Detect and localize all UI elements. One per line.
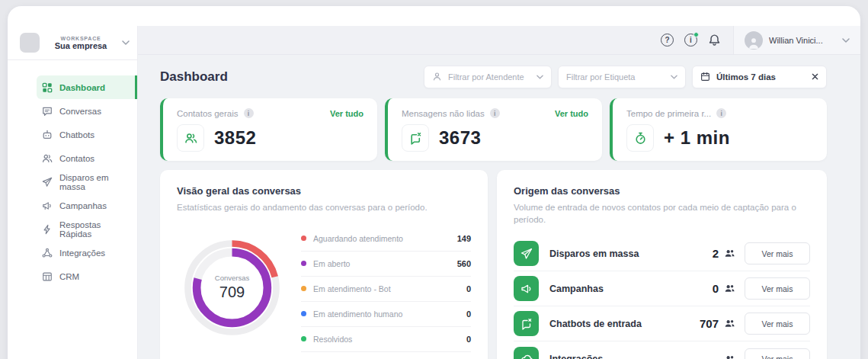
sidebar-item-conversas[interactable]: Conversas [37,99,137,123]
nodes-icon [42,248,53,258]
topbar: Willian Vinici... [138,26,860,55]
info-icon[interactable] [684,34,697,46]
cloud-icon [514,347,539,359]
stat-card-tempo-primeira-resposta: Tempo de primeira r... + 1 min [610,98,827,161]
person-icon [432,72,442,82]
stat-value: 3852 [214,127,256,149]
donut-center-label: Conversas [215,274,249,282]
close-icon[interactable] [812,73,818,80]
sidebar-item-label: Disparos em massa [59,173,135,191]
ver-mais-button[interactable]: Ver mais [745,277,810,300]
workspace-avatar [20,33,40,53]
ver-mais-button[interactable]: Ver mais [745,242,810,264]
workspace-selector[interactable]: WORKSPACE Sua empresa [8,26,137,60]
sidebar: WORKSPACE Sua empresa Dashboard Conversa… [8,26,138,359]
legend-dot [301,286,306,291]
sidebar-item-dashboard[interactable]: Dashboard [37,75,137,99]
info-icon[interactable] [716,108,726,118]
origin-row-campanhas: Campanhas 0 Ver mais [514,271,810,306]
sidebar-item-disparos[interactable]: Disparos em massa [37,170,137,194]
sidebar-item-chatbots[interactable]: Chatbots [37,123,137,146]
contacts-icon [724,248,735,259]
bell-icon[interactable] [708,34,721,46]
user-menu[interactable]: Willian Vinici... [733,26,860,54]
sidebar-menu: Dashboard Conversas Chatbots Contatos Di… [8,60,137,288]
panel-origem-conversas: Origem das conversas Volume de entrada d… [497,170,827,359]
avatar [745,31,763,50]
stat-label: Mensagens não lidas [402,109,485,118]
legend-row: Encerrados 0 [301,352,471,359]
info-icon[interactable] [244,108,254,118]
legend-row: Resolvidos 0 [301,327,471,352]
paper-plane-icon [42,177,53,188]
main-content: Dashboard Filtrar por Atendente Filtrar … [138,55,860,359]
ver-tudo-link[interactable]: Ver tudo [555,109,588,118]
sidebar-item-label: Dashboard [59,83,105,92]
panel-subtitle: Estatísticas gerais do andamento das con… [177,202,471,214]
sidebar-item-contatos[interactable]: Contatos [37,146,137,170]
stat-card-contatos-gerais: Contatos gerais Ver tudo 3852 [160,98,377,161]
panel-visao-geral: Visão geral das conversas Estatísticas g… [160,170,488,359]
contacts-icon [724,354,735,359]
chevron-down-icon [671,75,677,79]
grid-icon [42,82,53,93]
info-icon[interactable] [490,108,500,118]
stat-value: 3673 [439,127,481,149]
sidebar-item-respostas[interactable]: Respostas Rápidas [37,217,137,241]
sidebar-item-label: Chatbots [59,130,94,139]
origin-row-chatbots-entrada: Chatbots de entrada 707 Ver mais [514,306,810,341]
filter-placeholder: Filtrar por Atendente [448,72,530,82]
filter-atendente[interactable]: Filtrar por Atendente [424,66,552,88]
stopwatch-icon [626,124,654,152]
legend-dot [301,311,306,316]
sidebar-item-label: Respostas Rápidas [59,220,135,239]
panel-subtitle: Volume de entrada de novos contatos por … [514,202,810,226]
donut-chart: Conversas 709 [177,232,287,343]
chat-unread-icon [402,124,429,152]
panel-title: Origem das conversas [514,185,810,197]
chevron-down-icon [536,75,543,79]
people-icon [177,124,204,152]
ver-tudo-link[interactable]: Ver tudo [330,109,364,118]
stat-card-mensagens-nao-lidas: Mensagens não lidas Ver tudo 3673 [385,98,602,161]
sidebar-item-label: Conversas [59,107,101,116]
sidebar-item-campanhas[interactable]: Campanhas [37,194,137,217]
chart-legend: Aguardando atendimento 149 Em aberto 560… [301,226,471,359]
sidebar-item-integracoes[interactable]: Integrações [37,241,137,264]
legend-row: Aguardando atendimento 149 [301,226,471,252]
origin-row-disparos: Disparos em massa 2 Ver mais [514,236,810,271]
legend-dot [301,261,306,266]
contacts-icon [724,318,735,329]
filter-value: Últimos 7 dias [716,72,806,82]
page-title: Dashboard [160,69,228,85]
workspace-label: WORKSPACE [46,36,115,41]
ver-mais-button[interactable]: Ver mais [745,348,810,359]
legend-dot [301,336,306,341]
lightning-icon [42,224,53,235]
legend-dot [301,236,306,241]
sidebar-item-crm[interactable]: CRM [37,264,137,288]
workspace-name: Sua empresa [46,41,115,50]
sidebar-item-label: CRM [59,272,79,281]
sidebar-item-label: Contatos [59,154,94,163]
chevron-down-icon [122,40,130,45]
ver-mais-button[interactable]: Ver mais [745,313,810,335]
panel-title: Visão geral das conversas [177,185,471,197]
help-icon[interactable] [661,34,674,46]
stat-label: Contatos gerais [177,109,239,118]
stat-value: + 1 min [664,127,730,149]
legend-row: Em atendimento - Bot 0 [301,277,471,302]
filter-periodo[interactable]: Últimos 7 dias [692,66,827,88]
app-window: WORKSPACE Sua empresa Dashboard Conversa… [8,6,860,359]
chat-icon [42,106,53,117]
legend-row: Em atendimento humano 0 [301,302,471,327]
chat-sync-icon [514,311,539,336]
people-icon [42,153,53,164]
sidebar-item-label: Integrações [59,248,105,258]
filter-etiqueta[interactable]: Filtrar por Etiqueta [558,66,686,88]
paper-plane-icon [514,241,539,266]
megaphone-icon [514,276,539,301]
filter-placeholder: Filtrar por Etiqueta [566,72,665,82]
megaphone-icon [42,200,53,211]
sidebar-item-label: Campanhas [59,201,107,210]
